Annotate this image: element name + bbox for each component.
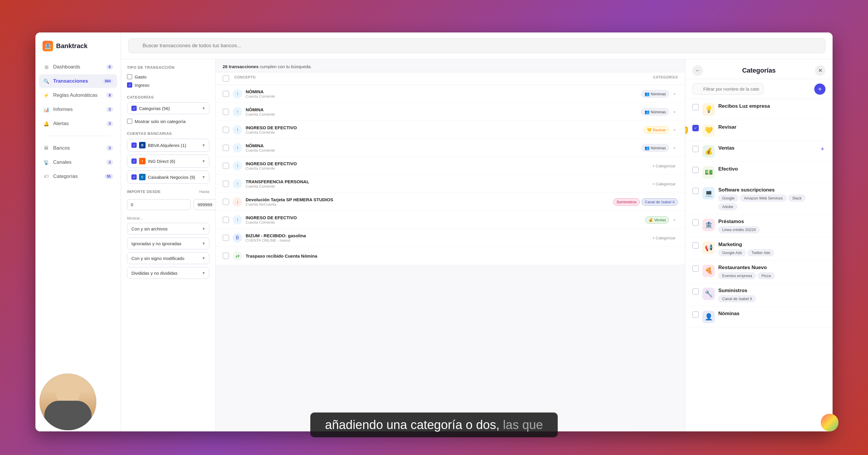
cat-name-software: Software suscripciones <box>718 187 826 193</box>
categorias-dropdown[interactable]: ✓ Categorías (56) ▾ <box>127 102 209 114</box>
cat-add-btn-1[interactable]: + <box>671 91 678 97</box>
sidebar-item-bancos[interactable]: 🏛 Bancos 3 <box>39 141 117 155</box>
row-checkbox-6[interactable] <box>223 181 229 187</box>
cat-check-recibos[interactable] <box>692 104 699 110</box>
cat-add-btn-9[interactable]: + Categorizar <box>650 235 678 241</box>
ignoradas-dropdown[interactable]: Ignoradas y no ignoradas ▾ <box>127 237 209 249</box>
table-row: ↑ INGRESO DE EFECTIVO Cuenta Corriente 💛… <box>216 121 685 139</box>
row-info-5: INGRESO DE EFECTIVO Cuenta Corriente <box>246 161 603 170</box>
cat-add-btn-6[interactable]: + Categorizar <box>650 181 678 187</box>
row-concepto-1: NÓMINA <box>246 89 603 94</box>
subcat-linea-credito: Linea crédito 2022II <box>718 226 760 233</box>
mostrar-label: Mostrar... <box>127 216 209 220</box>
categorias-chevron: ▾ <box>203 106 205 111</box>
search-bar-area: 🔍 <box>121 32 833 59</box>
list-item: 👤 Nóminas <box>685 306 833 328</box>
ingreso-checkbox[interactable]: ✓ <box>127 82 132 88</box>
caixa-dropdown[interactable]: ✓ C Caixabank Negocios (9) ▾ <box>127 170 209 184</box>
bbva-dropdown[interactable]: ✓ B BBVA Alquileres (1) ▾ <box>127 139 209 152</box>
bbva-label: BBVA Alquileres (1) <box>148 143 186 148</box>
ing-chevron: ▾ <box>203 158 205 164</box>
subcat-google-ads: Google Ads <box>718 249 746 256</box>
search-input[interactable] <box>128 38 826 53</box>
cat-check-efectivo[interactable] <box>692 167 699 173</box>
filter-gasto-row: Gasto <box>127 73 209 81</box>
back-button[interactable]: ← <box>692 65 703 76</box>
row-checkbox-8[interactable] <box>223 217 229 223</box>
ventas-add-button[interactable]: + <box>819 145 826 153</box>
list-item: 💻 Software suscripciones Google Amazon W… <box>685 183 833 215</box>
transacciones-badge: 884 <box>102 78 113 84</box>
sidebar-item-reglas[interactable]: ⚡ Reglas Automáticas 8 <box>39 89 117 102</box>
cat-check-prestamos[interactable] <box>692 219 699 226</box>
row-cats-7: Suministros Canal de Isabel II <box>607 198 678 206</box>
canales-badge: 3 <box>106 160 113 165</box>
ing-label: ING Direct (6) <box>148 159 175 164</box>
sidebar-item-informes[interactable]: 📊 Informes 3 <box>39 103 117 116</box>
recibos-icon: 💡 <box>702 103 715 116</box>
signo-value: Con y sin signo modificado <box>131 256 184 261</box>
row-info-7: Devolución Tarjeta SP HEMERA STUDIOS Cue… <box>246 197 603 206</box>
reglas-badge: 8 <box>106 93 113 98</box>
cat-check-software[interactable] <box>692 188 699 194</box>
cat-add-btn-2[interactable]: + <box>671 108 678 116</box>
app-name: Banktrack <box>56 42 87 50</box>
cat-item-content-ventas: Ventas <box>718 145 816 153</box>
cat-check-restaurantes[interactable] <box>692 265 699 272</box>
cat-name-marketing: Marketing <box>718 242 826 248</box>
cat-label-ventas: Ventas <box>654 218 666 222</box>
cat-add-btn-5[interactable]: + Categorizar <box>650 163 678 169</box>
cat-check-revisar[interactable]: ✓ <box>692 125 699 131</box>
cat-name-ventas: Ventas <box>718 145 816 151</box>
reglas-icon: ⚡ <box>43 92 50 99</box>
informes-icon: 📊 <box>43 106 50 113</box>
row-cuenta-3: Cuenta Corriente <box>246 130 603 135</box>
signo-dropdown[interactable]: Con y sin signo modificado ▾ <box>127 252 209 264</box>
hasta-label: Hasta <box>199 189 209 197</box>
cat-add-btn-4[interactable]: + <box>671 144 678 151</box>
cat-check-marketing[interactable] <box>692 242 699 249</box>
cat-check-nominas[interactable] <box>692 311 699 318</box>
row-checkbox-4[interactable] <box>223 144 229 151</box>
cat-add-btn-8[interactable]: + <box>671 217 678 223</box>
row-checkbox-1[interactable] <box>223 91 229 97</box>
row-cuenta-7: Cuenta NoCuenta <box>246 202 603 206</box>
sidebar-item-alertas[interactable]: 🔔 Alertas 3 <box>39 117 117 130</box>
sidebar-item-canales[interactable]: 📡 Canales 3 <box>39 156 117 169</box>
sidebar-item-dashboards[interactable]: ⊞ Dashboards 6 <box>39 60 117 74</box>
desde-input[interactable] <box>127 199 191 210</box>
close-button[interactable]: ✕ <box>815 65 826 76</box>
table-row: ↑ INGRESO DE EFECTIVO Cuenta Corriente 💰… <box>216 211 685 229</box>
divididas-dropdown[interactable]: Divididas y no divididas ▾ <box>127 267 209 279</box>
cat-item-content-revisar: Revisar <box>718 124 826 132</box>
row-checkbox-5[interactable] <box>223 163 229 169</box>
gasto-checkbox[interactable] <box>127 74 132 79</box>
archivos-dropdown[interactable]: Con y sin archivos ▾ <box>127 223 209 235</box>
ing-dropdown[interactable]: ✓ I ING Direct (6) ▾ <box>127 155 209 168</box>
cat-check-suministros[interactable] <box>692 288 699 295</box>
archivos-value: Con y sin archivos <box>131 226 168 231</box>
select-all-checkbox[interactable] <box>223 75 229 82</box>
cat-add-btn-3[interactable]: + <box>671 127 678 133</box>
bbva-check-icon: ✓ <box>131 142 137 148</box>
row-checkbox-9[interactable] <box>223 235 229 241</box>
cat-search-input[interactable] <box>692 83 764 95</box>
sidebar-item-transacciones[interactable]: 🔍 Transacciones 884 <box>39 74 117 88</box>
mostrar-sin-cat-checkbox[interactable] <box>127 119 132 124</box>
subcat-google: Google <box>718 195 738 201</box>
row-checkbox-7[interactable] <box>223 199 229 205</box>
cat-check-ventas[interactable] <box>692 146 699 152</box>
row-checkbox-2[interactable] <box>223 108 229 115</box>
table-row: ↑ NÓMINA Cuenta Corriente 👥 Nóminas + <box>216 103 685 121</box>
add-category-button[interactable]: + <box>814 84 826 95</box>
row-checkbox-3[interactable] <box>223 127 229 133</box>
row-checkbox-10[interactable] <box>223 253 229 259</box>
subcat-twitter-ads: Twitter Ads <box>748 249 774 256</box>
list-item: 👆 ✓ 💛 Revisar <box>685 120 833 141</box>
transactions-columns: CONCEPTO CATEGORÍAS <box>216 72 685 85</box>
restaurantes-icon: 🍕 <box>702 265 715 277</box>
dashboards-badge: 6 <box>106 64 113 70</box>
sidebar-item-categorias[interactable]: 🏷 Categorías 55 <box>39 170 117 183</box>
hasta-input[interactable] <box>194 199 216 210</box>
ventas-icon: 💰 <box>648 218 653 222</box>
